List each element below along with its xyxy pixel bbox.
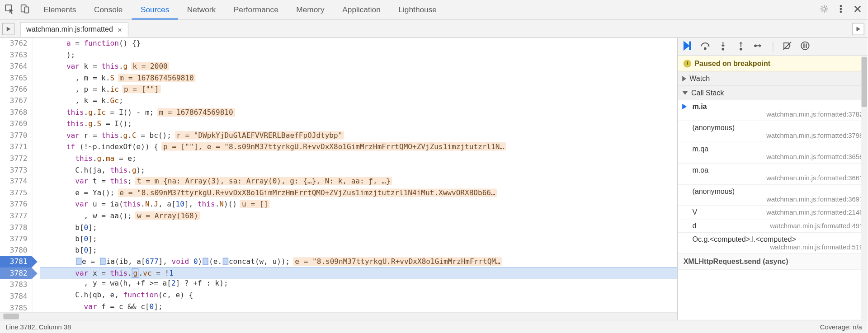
code-line[interactable]: , y = wa(h, +f >= a[2] ? +f : k); — [40, 278, 677, 290]
svg-rect-10 — [689, 42, 690, 50]
svg-marker-8 — [856, 27, 860, 31]
line-number[interactable]: 3767 — [0, 95, 32, 107]
code-line[interactable]: var u = ia(this.N.J, a[10], this.N)()u =… — [40, 199, 677, 210]
code-line[interactable]: if (!~p.indexOf(e)) {p = [""], e = "8.s0… — [40, 141, 677, 153]
svg-point-15 — [801, 42, 809, 50]
line-number[interactable]: 3776 — [0, 199, 32, 210]
step-over-icon[interactable] — [700, 41, 710, 52]
line-number[interactable]: 3763 — [0, 49, 32, 61]
line-number[interactable]: 3765 — [0, 72, 32, 84]
svg-point-6 — [840, 10, 842, 12]
device-toggle-icon[interactable] — [20, 4, 30, 16]
line-number[interactable]: 3775 — [0, 188, 32, 199]
cursor-position: Line 3782, Column 38 — [5, 323, 71, 330]
call-stack-frame[interactable]: (anonymous)watchman.min.js:formatted:379… — [678, 121, 868, 142]
tab-lighthouse[interactable]: Lighthouse — [390, 0, 446, 19]
tab-network[interactable]: Network — [178, 0, 225, 19]
code-line[interactable]: , m = k.Sm = 1678674569810 — [40, 72, 677, 84]
paused-banner: i Paused on breakpoint — [678, 56, 868, 72]
close-devtools-icon[interactable] — [853, 4, 862, 15]
tab-memory[interactable]: Memory — [288, 0, 334, 19]
code-line[interactable]: b[0]; — [40, 245, 677, 256]
code-editor[interactable]: 3762376337643765376637673768376937703771… — [0, 38, 678, 320]
code-line[interactable]: e = ia(ib, a[677], void 0)(e.concat(w, u… — [40, 256, 677, 267]
tab-sources[interactable]: Sources — [132, 0, 178, 19]
line-number[interactable]: 3772 — [0, 153, 32, 164]
code-line[interactable]: this.g.Ic = I() - m;m = 1678674569810 — [40, 107, 677, 118]
line-number[interactable]: 3784 — [0, 291, 32, 302]
line-number[interactable]: 3771 — [0, 141, 32, 153]
call-stack-frame[interactable]: m.qawatchman.min.js:formatted:3656 — [678, 142, 868, 164]
code-line[interactable]: var k = this.gk = 2000 — [40, 61, 677, 72]
line-number[interactable]: 3777 — [0, 210, 32, 221]
file-tab-bar: watchman.min.js:formatted × — [0, 20, 868, 38]
pause-on-exceptions-icon[interactable] — [800, 41, 810, 52]
watch-section-header[interactable]: Watch — [678, 71, 868, 85]
deactivate-breakpoints-icon[interactable] — [782, 41, 792, 52]
tab-application[interactable]: Application — [334, 0, 390, 19]
file-tab-name: watchman.min.js:formatted — [26, 25, 113, 34]
line-number[interactable]: 3780 — [0, 245, 32, 256]
line-number[interactable]: 3774 — [0, 176, 32, 187]
line-number[interactable]: 3783 — [0, 279, 32, 291]
code-line[interactable]: a = function() {} — [40, 38, 677, 49]
tab-performance[interactable]: Performance — [225, 0, 288, 19]
svg-point-12 — [722, 48, 724, 50]
async-divider: XMLHttpRequest.send (async) — [678, 254, 868, 269]
call-stack-frame[interactable]: m.iawatchman.min.js:formatted:3782 — [678, 100, 868, 121]
tab-elements[interactable]: Elements — [35, 0, 85, 19]
callstack-section-header[interactable]: Call Stack — [678, 86, 868, 100]
code-line[interactable]: var f = c && c[0]; — [40, 301, 677, 312]
line-number[interactable]: 3770 — [0, 130, 32, 141]
line-number[interactable]: 3769 — [0, 118, 32, 130]
code-line[interactable]: ); — [40, 49, 677, 61]
horizontal-scrollbar[interactable] — [0, 312, 677, 319]
step-into-icon[interactable] — [718, 41, 728, 52]
code-line[interactable]: var t = this;t = m {na: Array(3), sa: Ar… — [40, 176, 677, 187]
code-line[interactable]: e = Ya();e = "8.s09nM37ttyrkgU.R+vvDxX8o… — [40, 188, 677, 199]
line-number[interactable]: 3778 — [0, 222, 32, 233]
code-line[interactable]: C.h(qb, e, function(c, e) { — [40, 290, 677, 301]
run-snippet-icon[interactable] — [852, 23, 864, 35]
line-number[interactable]: 3773 — [0, 164, 32, 176]
svg-point-11 — [704, 48, 706, 50]
line-number[interactable]: 3768 — [0, 107, 32, 118]
code-line[interactable]: var x = this.g.vc = !1 — [40, 267, 677, 278]
svg-point-14 — [755, 45, 756, 47]
navigator-toggle-icon[interactable] — [2, 23, 14, 35]
svg-point-4 — [840, 5, 842, 7]
line-number[interactable]: 3782 — [0, 268, 32, 279]
call-stack-frame[interactable]: m.oawatchman.min.js:formatted:3661 — [678, 164, 868, 185]
more-menu-icon[interactable] — [836, 4, 845, 15]
line-number[interactable]: 3762 — [0, 38, 32, 49]
code-line[interactable]: , k = k.Gc; — [40, 95, 677, 107]
call-stack-frame[interactable]: dwatchman.min.js:formatted:491 — [678, 219, 868, 233]
close-tab-icon[interactable]: × — [118, 25, 122, 34]
code-line[interactable]: b[0]; — [40, 222, 677, 233]
call-stack-frame[interactable]: (anonymous)watchman.min.js:formatted:369… — [678, 185, 868, 206]
file-tab[interactable]: watchman.min.js:formatted × — [20, 22, 128, 37]
resume-icon[interactable] — [682, 41, 692, 52]
code-line[interactable]: , p = k.icp = [""] — [40, 84, 677, 95]
vertical-scrollbar[interactable] — [861, 56, 868, 320]
svg-rect-16 — [803, 43, 804, 48]
code-line[interactable]: this.g.S = I(); — [40, 118, 677, 130]
step-out-icon[interactable] — [736, 41, 746, 52]
code-line[interactable]: , w = aa();w = Array(168) — [40, 210, 677, 221]
code-line[interactable]: this.g.ma = e; — [40, 153, 677, 164]
line-number[interactable]: 3785 — [0, 302, 32, 312]
call-stack-frame[interactable]: Vwatchman.min.js:formatted:2146 — [678, 206, 868, 220]
code-line[interactable]: b[0]; — [40, 233, 677, 244]
line-number[interactable]: 3781 — [0, 256, 32, 267]
debugger-toolbar — [678, 38, 868, 56]
line-number[interactable]: 3764 — [0, 61, 32, 72]
code-line[interactable]: var r = this.g.C = bc();r = "DWpkYjDuGlA… — [40, 130, 677, 141]
settings-icon[interactable] — [820, 4, 829, 15]
line-number[interactable]: 3779 — [0, 233, 32, 244]
call-stack-frame[interactable]: Oc.g.<computed>.l.<computed>watchman.min… — [678, 233, 868, 254]
line-number[interactable]: 3766 — [0, 84, 32, 95]
tab-console[interactable]: Console — [85, 0, 132, 19]
inspect-icon[interactable] — [5, 4, 14, 16]
code-line[interactable]: C.h(ja, this.g); — [40, 164, 677, 176]
step-icon[interactable] — [754, 41, 764, 52]
